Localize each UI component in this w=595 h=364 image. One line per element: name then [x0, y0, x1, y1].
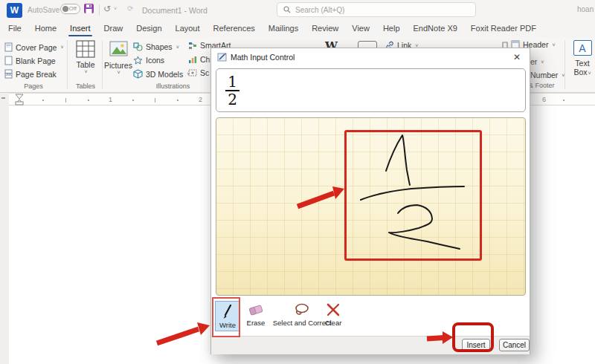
word-logo-icon: W	[7, 3, 22, 18]
lasso-icon	[292, 302, 312, 317]
chevron-down-icon: ˅	[541, 59, 544, 65]
cover-page-icon	[4, 42, 13, 52]
autosave-state: Off	[68, 5, 77, 12]
pictures-icon	[109, 41, 128, 56]
page-number-button-fragment[interactable]: Number˅	[530, 71, 565, 79]
ink-toolbar: Write Erase Select and Correct Clear	[211, 298, 530, 336]
tab-insert[interactable]: Insert	[68, 22, 92, 36]
chevron-down-icon: ˅	[84, 69, 87, 74]
chart-label-fragment: Ch	[200, 55, 210, 64]
text-box-button[interactable]: A Text Box˅	[569, 40, 595, 77]
search-input[interactable]	[295, 6, 444, 14]
autosave-toggle[interactable]: Off	[60, 4, 80, 14]
dialog-title-bar[interactable]: Math Input Control ✕	[211, 48, 530, 66]
3d-models-button[interactable]: 3D Models˅	[133, 69, 190, 79]
dialog-footer: Insert Cancel	[211, 336, 530, 354]
tab-foxit[interactable]: Foxit Reader PDF	[469, 22, 538, 36]
document-title: Document1 - Word	[142, 6, 208, 15]
search-icon	[283, 6, 291, 13]
table-button[interactable]: Table ˅	[70, 40, 101, 74]
smartart-icon	[188, 42, 197, 50]
autosave-label: AutoSave	[28, 6, 60, 14]
recognized-fraction: 1 2	[225, 74, 239, 107]
vertical-ruler-strip	[0, 93, 9, 364]
clear-tool-button[interactable]: Clear	[320, 302, 347, 327]
page-break-button[interactable]: Page Break	[4, 69, 57, 79]
illustrations-group-label: Illustrations	[138, 82, 208, 90]
header-footer-group-label-fragment: & Footer	[529, 82, 566, 89]
tab-home[interactable]: Home	[33, 22, 58, 36]
footer-label-fragment: er	[530, 57, 537, 66]
ruler-number: 6	[542, 96, 546, 103]
ruler-mark	[1, 97, 5, 99]
ruler-number: 2	[199, 96, 202, 103]
group-separator	[102, 40, 103, 89]
table-icon	[76, 40, 95, 58]
write-tool-label: Write	[219, 321, 236, 329]
undo-icon[interactable]: ↺	[103, 4, 111, 14]
page-break-label: Page Break	[16, 70, 57, 79]
chevron-down-icon: ˅	[176, 45, 179, 50]
ruler-number: 1	[109, 96, 112, 103]
pen-icon	[221, 303, 234, 321]
tab-endnote[interactable]: EndNote X9	[412, 22, 459, 36]
tab-references[interactable]: References	[212, 22, 257, 36]
chevron-down-icon: ˅	[552, 42, 555, 48]
text-box-label-line1: Text	[575, 59, 589, 68]
save-icon[interactable]	[83, 3, 94, 17]
screenshot-icon	[188, 69, 197, 77]
tab-layout[interactable]: Layout	[174, 22, 202, 36]
ruler-tick	[155, 98, 155, 103]
indent-markers-icon[interactable]	[15, 94, 24, 105]
pictures-label: Pictures	[104, 61, 132, 70]
ruler-tick	[132, 100, 134, 101]
search-box[interactable]	[277, 2, 476, 17]
shapes-label: Shapes	[146, 42, 173, 51]
chart-button[interactable]: Ch	[188, 55, 210, 64]
eraser-icon	[248, 302, 264, 317]
tab-file[interactable]: File	[7, 22, 23, 36]
tab-review[interactable]: Review	[310, 22, 340, 36]
handwriting-canvas[interactable]	[216, 117, 526, 296]
title-bar: W AutoSave Off ↺ ˅ ⟳ Document1 - Word ho…	[0, 0, 595, 21]
repeat-icon: ⟳	[127, 4, 133, 13]
page-break-icon	[4, 69, 13, 79]
screenshot-button[interactable]: Sc	[188, 68, 209, 77]
fraction-numerator: 1	[228, 74, 237, 89]
footer-button-fragment[interactable]: er˅	[530, 57, 544, 66]
tab-draw[interactable]: Draw	[103, 22, 125, 36]
icons-button[interactable]: Icons	[133, 56, 164, 65]
ribbon-tab-row: File Home Insert Draw Design Layout Refe…	[0, 21, 595, 37]
pictures-button[interactable]: Pictures ˅	[105, 41, 132, 75]
text-box-label-line2: Box	[573, 68, 587, 77]
icons-icon	[133, 56, 143, 65]
close-icon[interactable]: ✕	[510, 51, 524, 64]
ruler-tick	[65, 98, 66, 103]
tab-help[interactable]: Help	[382, 22, 402, 36]
chevron-down-icon[interactable]: ˅	[114, 6, 117, 11]
blank-page-button[interactable]: Blank Page	[4, 56, 56, 65]
erase-tool-label: Erase	[247, 319, 266, 327]
titlebar-separator	[99, 4, 100, 16]
ruler-tick	[177, 100, 178, 101]
shapes-button[interactable]: Shapes˅	[133, 42, 179, 51]
screenshot-label-fragment: Sc	[200, 68, 209, 77]
blank-page-label: Blank Page	[16, 56, 56, 65]
cover-page-button[interactable]: Cover Page˅	[4, 42, 64, 52]
insert-button[interactable]: Insert	[462, 339, 490, 351]
3d-models-icon	[133, 69, 143, 79]
shapes-icon	[133, 42, 143, 51]
math-preview-box: 1 2	[216, 68, 526, 112]
toggle-knob-icon	[62, 6, 68, 12]
tab-view[interactable]: View	[350, 22, 371, 36]
tab-mailings[interactable]: Mailings	[267, 22, 300, 36]
annotation-highlight-rect-canvas	[344, 130, 482, 261]
tab-design[interactable]: Design	[135, 22, 163, 36]
write-tool-button[interactable]: Write	[215, 301, 240, 331]
pages-group-label: Pages	[10, 82, 57, 90]
table-label: Table	[76, 60, 94, 69]
ruler-tick	[563, 100, 565, 101]
group-separator	[67, 40, 68, 89]
cancel-button[interactable]: Cancel	[499, 339, 530, 351]
text-box-icon: A	[573, 40, 592, 56]
